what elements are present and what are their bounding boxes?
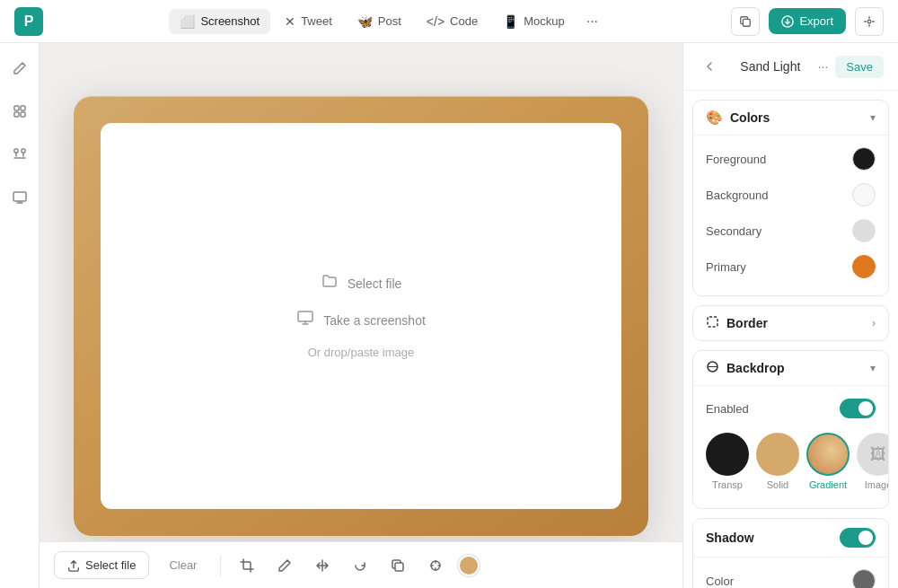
primary-label: Primary [706,260,746,274]
topbar-tabs: ⬜ Screenshot ✕ Tweet 🦋 Post </> Code 📱 M… [169,8,605,35]
clear-button[interactable]: Clear [156,552,209,578]
panel-header: Sand Light ··· Save [683,43,898,91]
backdrop-icon [706,360,719,376]
secondary-row: Secondary [706,213,876,249]
backdrop-section: Backdrop ▾ Enabled Transp Solid [692,350,889,509]
backdrop-gradient-option[interactable]: Gradient [806,433,850,490]
backdrop-section-body: Enabled Transp Solid Gradient [693,385,888,508]
save-button[interactable]: Save [835,56,884,78]
right-panel: Sand Light ··· Save 🎨 Colors ▾ Foregroun… [682,43,898,588]
sidebar-item-edit[interactable] [5,54,34,83]
svg-point-2 [867,20,871,23]
backdrop-transparent-option[interactable]: Transp [706,433,749,490]
backdrop-chevron-icon: ▾ [870,362,876,374]
shadow-color-label: Color [706,575,734,588]
crop-button[interactable] [232,550,262,581]
sidebar-item-monitor[interactable] [5,183,34,212]
shadow-color-swatch[interactable] [852,569,876,588]
border-section-header[interactable]: Border › [693,306,888,340]
svg-rect-4 [21,106,25,110]
drop-paste-text: Or drop/paste image [308,346,415,359]
tab-screenshot[interactable]: ⬜ Screenshot [169,9,270,34]
current-color-swatch[interactable] [458,555,480,576]
tweet-icon: ✕ [285,14,295,29]
background-color-swatch[interactable] [852,183,876,206]
screenshot-icon: ⬜ [180,14,195,29]
backdrop-enabled-toggle[interactable] [840,399,876,418]
colors-section-body: Foreground Background Secondary Primary [693,135,888,295]
tab-post[interactable]: 🦋 Post [347,9,412,34]
backdrop-enabled-row: Enabled [706,391,876,426]
select-file-option[interactable]: Select file [321,272,402,294]
monitor-icon [296,309,314,331]
backdrop-solid-option[interactable]: Solid [756,433,799,490]
main-area: Select file Take a screenshot Or drop/pa… [0,43,898,588]
colors-section-header[interactable]: 🎨 Colors ▾ [693,101,888,135]
copy-image-button[interactable] [383,550,413,581]
more-tabs-button[interactable]: ··· [579,8,605,35]
shadow-enabled-toggle[interactable] [840,528,876,548]
mockup-icon: 📱 [503,14,518,29]
secondary-label: Secondary [706,224,762,238]
settings-button[interactable] [855,7,884,36]
svg-rect-3 [14,106,19,110]
background-row: Background [706,177,876,213]
secondary-color-swatch[interactable] [852,219,876,242]
select-file-button[interactable]: Select file [54,551,149,579]
preset-name: Sand Light [723,59,818,74]
svg-rect-11 [243,562,251,569]
bottom-toolbar: Select file Clear [40,541,682,588]
sidebar-item-shortcuts[interactable] [5,140,34,169]
toolbar-divider [220,555,221,576]
left-sidebar [0,43,40,588]
sidebar-item-grid[interactable] [5,97,34,126]
screenshot-option[interactable]: Take a screenshot [296,309,426,331]
backdrop-type-options: Transp Solid Gradient 🖼 Image [706,426,876,497]
export-button[interactable]: Export [769,8,846,34]
shadow-section: Shadow Color Intensity Low Medium High [692,518,889,588]
tab-mockup[interactable]: 📱 Mockup [492,9,576,34]
post-icon: 🦋 [357,14,373,29]
svg-rect-14 [708,317,718,327]
foreground-color-swatch[interactable] [852,147,876,171]
shadow-title: Shadow [706,531,754,545]
foreground-label: Foreground [706,153,766,166]
canvas-inner[interactable]: Select file Take a screenshot Or drop/pa… [101,123,621,509]
svg-rect-10 [298,312,313,321]
backdrop-image-option[interactable]: 🖼 Image [857,433,889,490]
copy-button[interactable] [731,7,760,36]
backdrop-section-header[interactable]: Backdrop ▾ [693,351,888,385]
shadow-section-body: Color Intensity Low Medium High [693,557,888,588]
image-swatch: 🖼 [857,433,889,476]
solid-swatch [756,433,799,476]
border-arrow-icon: › [872,317,876,329]
canvas-frame: Select file Take a screenshot Or drop/pa… [74,96,648,536]
rotate-button[interactable] [345,550,375,581]
svg-rect-6 [21,112,25,117]
tab-code[interactable]: </> Code [416,9,489,34]
pen-button[interactable] [269,550,300,581]
primary-color-swatch[interactable] [852,255,876,278]
border-section: Border › [692,305,889,341]
shadow-section-header: Shadow [693,519,888,557]
colors-chevron-icon: ▾ [870,111,876,124]
preset-more-button[interactable]: ··· [818,59,829,74]
folder-icon [321,272,339,294]
foreground-row: Foreground [706,141,876,177]
transparent-swatch [706,433,749,476]
gradient-swatch [806,433,850,476]
move-button[interactable] [307,550,338,581]
svg-rect-0 [744,19,751,26]
topbar: P ⬜ Screenshot ✕ Tweet 🦋 Post </> Code 📱… [0,0,898,43]
primary-row: Primary [706,249,876,285]
topbar-right: Export [731,7,884,36]
canvas-area: Select file Take a screenshot Or drop/pa… [40,43,682,588]
colors-section: 🎨 Colors ▾ Foreground Background Seconda… [692,100,889,296]
palette-icon: 🎨 [706,110,723,126]
svg-rect-12 [395,563,403,571]
tab-tweet[interactable]: ✕ Tweet [274,9,343,34]
panel-back-button[interactable] [698,54,723,79]
color-picker-button[interactable] [420,550,451,581]
backdrop-enabled-label: Enabled [706,402,749,416]
svg-rect-9 [13,192,26,201]
